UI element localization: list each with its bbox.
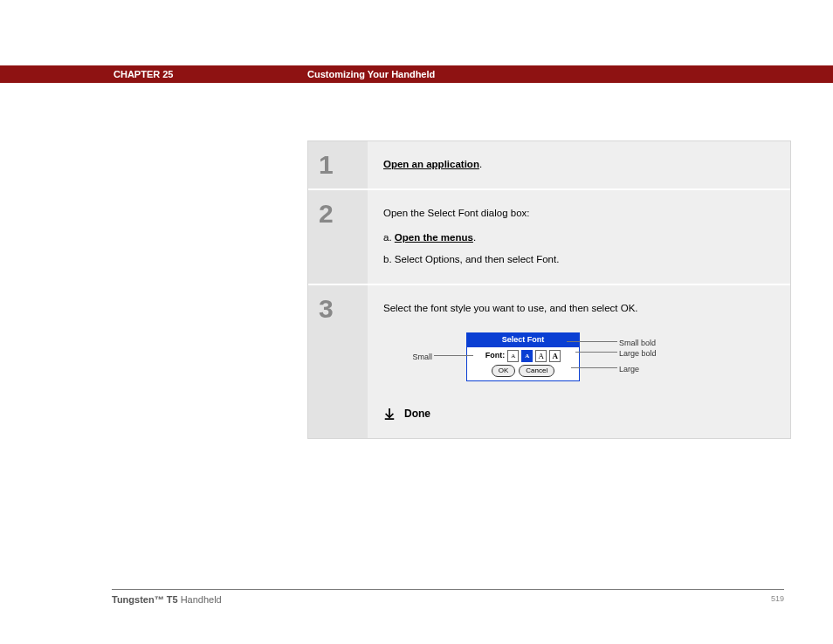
callout-line [567, 341, 617, 342]
done-row: Done [383, 406, 774, 422]
callout-line [571, 367, 617, 368]
step-content: Select the font style you want to use, a… [368, 285, 790, 437]
step-content: Open the Select Font dialog box: a. Open… [368, 190, 790, 284]
font-option-large-bold[interactable]: A [549, 350, 561, 362]
done-arrow-icon [383, 408, 396, 420]
step-1-text: Open an application. [383, 157, 774, 173]
cancel-button[interactable]: Cancel [519, 365, 554, 377]
substep-a-prefix: a. [383, 232, 395, 243]
font-label: Font: [485, 350, 506, 362]
callout-line [575, 352, 617, 353]
step-content: Open an application. [368, 141, 790, 188]
font-option-small[interactable]: A [507, 350, 519, 362]
period: . [479, 159, 482, 169]
step-2-intro: Open the Select Font dialog box: [383, 206, 774, 222]
page-number: 519 [771, 594, 784, 603]
chapter-title: Customizing Your Handheld [307, 69, 435, 79]
step-3-text: Select the font style you want to use, a… [383, 301, 774, 317]
dialog-button-row: OK Cancel [467, 363, 579, 380]
footer-product: Tungsten™ T5 Handheld [112, 594, 222, 605]
select-font-dialog-illustration: Select Font Font: A A A A OK Cancel Smal… [383, 332, 774, 388]
footer-product-type: Handheld [178, 594, 222, 605]
step-2-substeps: a. Open the menus. b. Select Options, an… [383, 230, 774, 269]
footer-rule [112, 589, 784, 590]
font-option-large[interactable]: A [535, 350, 547, 362]
dialog-title: Select Font [467, 333, 579, 347]
substep-a: a. Open the menus. [383, 230, 774, 246]
step-2: 2 Open the Select Font dialog box: a. Op… [308, 188, 790, 284]
chapter-number: CHAPTER 25 [114, 69, 307, 79]
callout-small: Small [399, 352, 432, 364]
open-menus-link[interactable]: Open the menus [395, 232, 473, 243]
callout-line [434, 355, 473, 356]
step-1: 1 Open an application. [308, 141, 790, 188]
step-number: 1 [308, 141, 368, 188]
callout-large: Large [619, 364, 689, 376]
ok-button[interactable]: OK [492, 365, 516, 377]
step-number: 2 [308, 190, 368, 284]
font-options-row: Font: A A A A [467, 347, 579, 363]
callout-large-bold: Large bold [619, 348, 689, 360]
open-application-link[interactable]: Open an application [383, 159, 479, 169]
steps-container: 1 Open an application. 2 Open the Select… [307, 140, 791, 439]
step-number: 3 [308, 285, 368, 437]
substep-b: b. Select Options, and then select Font. [383, 252, 774, 268]
chapter-header-bar: CHAPTER 25 Customizing Your Handheld [0, 65, 833, 83]
period: . [473, 232, 476, 243]
font-option-small-bold[interactable]: A [521, 350, 533, 362]
footer-product-name: Tungsten™ T5 [112, 594, 178, 605]
select-font-dialog: Select Font Font: A A A A OK Cancel [466, 332, 580, 381]
step-3: 3 Select the font style you want to use,… [308, 284, 790, 437]
done-label: Done [404, 406, 430, 422]
